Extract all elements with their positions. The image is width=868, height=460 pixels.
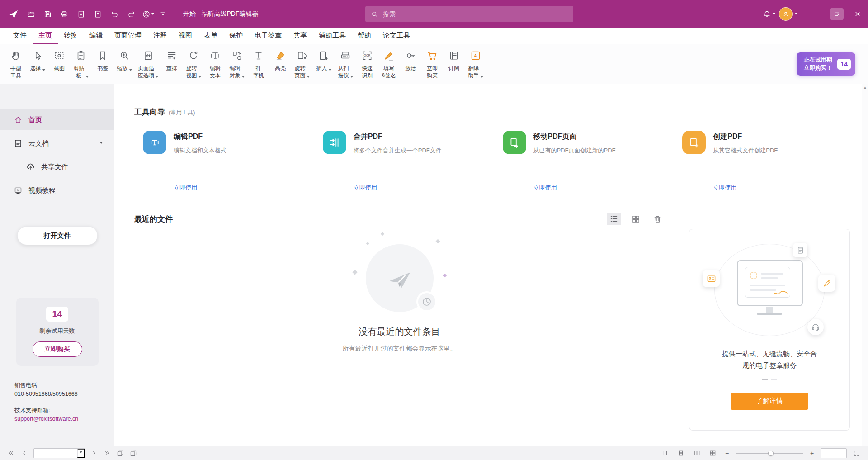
ribbon-tool-fill-sign[interactable]: 填写 &签名 — [378, 44, 399, 84]
menu-tab-comment[interactable]: 注释 — [147, 28, 173, 44]
open-file-button[interactable]: 打开文件 — [17, 226, 98, 245]
ribbon-tool-snapshot[interactable]: 截图 — [49, 44, 70, 84]
menu-tab-convert[interactable]: 转换 — [58, 28, 83, 44]
last-page-button[interactable] — [101, 448, 113, 459]
next-view-button[interactable] — [127, 448, 139, 459]
next-page-button[interactable] — [88, 448, 100, 459]
first-page-button[interactable] — [5, 448, 17, 459]
trial-buy-now-badge[interactable]: 正在试用期 立即购买！ 14 — [797, 52, 855, 76]
zoom-slider[interactable] — [736, 453, 803, 454]
edit-object-icon — [231, 48, 243, 63]
chevron-down-icon — [80, 451, 82, 453]
learn-more-button[interactable]: 了解详情 — [731, 393, 808, 410]
ribbon-tool-insert[interactable]: 插入 — [313, 44, 334, 84]
ribbon-tool-highlight[interactable]: 高亮 — [270, 44, 291, 84]
ribbon-tool-clipboard[interactable]: 剪贴 板 — [71, 44, 91, 84]
account-button[interactable] — [140, 6, 156, 22]
carousel-dot-2[interactable] — [771, 379, 777, 380]
search-bar[interactable] — [365, 6, 573, 22]
ribbon-tool-translate[interactable]: A 翻译 助手 — [465, 44, 486, 84]
continuous-view-button[interactable] — [675, 448, 687, 459]
scroll-up-icon[interactable]: ▲ — [863, 84, 867, 91]
save-button[interactable] — [40, 6, 55, 22]
menu-tab-paper-tools[interactable]: 论文工具 — [377, 28, 416, 44]
menu-tab-protect[interactable]: 保护 — [223, 28, 249, 44]
menu-tab-home[interactable]: 主页 — [33, 28, 58, 44]
facing-continuous-view-button[interactable] — [707, 448, 718, 459]
open-file-icon-button[interactable] — [23, 6, 38, 22]
card-create-pdf[interactable]: 创建PDF 从其它格式文件创建PDF 立即使用 — [670, 131, 850, 192]
ribbon-tool-edit-text[interactable]: 编辑 文本 — [205, 44, 226, 84]
use-now-link[interactable]: 立即使用 — [713, 184, 736, 192]
ribbon-tool-zoom[interactable]: 缩放 — [114, 44, 135, 84]
last-page-icon — [104, 450, 110, 456]
zoom-level-input[interactable] — [821, 448, 847, 458]
menu-tab-view[interactable]: 视图 — [173, 28, 198, 44]
use-now-link[interactable]: 立即使用 — [354, 184, 377, 192]
zoom-out-icon[interactable]: − — [722, 450, 731, 457]
facing-view-button[interactable] — [691, 448, 703, 459]
rotate-view-icon — [188, 48, 199, 63]
card-edit-pdf[interactable]: 编辑PDF 编辑文档和文本格式 立即使用 — [134, 131, 311, 192]
support-email-link[interactable]: support@foxitsoftware.cn — [14, 415, 114, 423]
sidebar-item-cloud-docs[interactable]: 云文档 — [0, 133, 114, 154]
menu-tab-form[interactable]: 表单 — [198, 28, 223, 44]
ribbon-tool-scanner[interactable]: 从扫 描仪 — [335, 44, 356, 84]
ribbon-tool-bookmark[interactable]: 书签 — [92, 44, 113, 84]
vertical-scrollbar[interactable]: ▲ — [862, 84, 868, 446]
ribbon-tool-hand[interactable]: 手型 工具 — [5, 44, 26, 84]
undo-button[interactable] — [107, 6, 122, 22]
close-button[interactable] — [847, 0, 868, 28]
menu-tab-page-manage[interactable]: 页面管理 — [108, 28, 147, 44]
clear-recent-button[interactable] — [650, 213, 665, 225]
card-move-pdf-pages[interactable]: 移动PDF页面 从已有的PDF页面创建新的PDF 立即使用 — [491, 131, 670, 192]
menu-tab-share[interactable]: 共享 — [288, 28, 313, 44]
ribbon-tool-edit-object[interactable]: 编辑 对象 — [226, 44, 247, 84]
notifications-button[interactable] — [761, 6, 777, 22]
page-fit-icon — [142, 48, 154, 63]
ribbon-tool-page-fit[interactable]: 页面适 应选项 — [136, 44, 160, 84]
use-now-link[interactable]: 立即使用 — [533, 184, 557, 192]
ribbon-tool-activate[interactable]: 激活 — [400, 44, 421, 84]
buy-now-button[interactable]: 立即购买 — [33, 341, 82, 357]
card-merge-pdf[interactable]: 合并PDF 将多个文件合并生成一个PDF文件 立即使用 — [311, 131, 491, 192]
use-now-link[interactable]: 立即使用 — [174, 184, 197, 192]
customize-toolbar-button[interactable] — [155, 6, 170, 22]
single-page-view-button[interactable] — [659, 448, 671, 459]
avatar-menu-button[interactable] — [777, 6, 799, 22]
menu-tab-esign[interactable]: 电子签章 — [249, 28, 288, 44]
search-input[interactable] — [383, 10, 568, 18]
minimize-button[interactable] — [806, 0, 826, 28]
print-button[interactable] — [57, 6, 72, 22]
page-dropdown-button[interactable] — [77, 449, 85, 458]
ribbon-tool-ocr[interactable]: OCR 快速 识别 — [357, 44, 377, 84]
previous-view-button[interactable] — [114, 448, 126, 459]
sidebar-item-home[interactable]: 首页 — [0, 109, 114, 130]
page-number-input[interactable] — [34, 450, 77, 456]
ribbon-tool-subscribe[interactable]: 订阅 — [443, 44, 464, 84]
export-button[interactable] — [73, 6, 89, 22]
menu-tab-edit[interactable]: 编辑 — [83, 28, 108, 44]
carousel-dot-1[interactable] — [762, 379, 768, 380]
redo-button[interactable] — [123, 6, 139, 22]
menu-tab-accessibility[interactable]: 辅助工具 — [313, 28, 352, 44]
trial-days-left-badge: 14 — [837, 59, 851, 70]
ribbon-tool-typewriter[interactable]: 打 字机 — [248, 44, 269, 84]
ribbon-tool-reflow[interactable]: 重排 — [161, 44, 182, 84]
list-view-button[interactable] — [607, 213, 621, 225]
ribbon-tool-buy-now[interactable]: 立即 购买 — [422, 44, 443, 84]
ribbon-tool-rotate-pages[interactable]: 旋转 页面 — [292, 44, 312, 84]
ribbon-tool-select[interactable]: 选择 — [27, 44, 48, 84]
fullscreen-button[interactable] — [851, 448, 863, 459]
zoom-slider-thumb[interactable] — [768, 451, 774, 456]
ribbon-tool-rotate-view[interactable]: 旋转 视图 — [183, 44, 204, 84]
sidebar-item-shared-files[interactable]: 共享文件 — [0, 156, 114, 177]
menu-tab-help[interactable]: 帮助 — [352, 28, 377, 44]
menu-tab-file[interactable]: 文件 — [7, 28, 33, 44]
restore-button[interactable] — [826, 0, 847, 28]
sidebar-item-video-tutorials[interactable]: 视频教程 — [0, 180, 114, 201]
previous-page-button[interactable] — [19, 448, 30, 459]
grid-view-button[interactable] — [628, 213, 643, 225]
import-button[interactable] — [90, 6, 105, 22]
zoom-in-icon[interactable]: + — [807, 450, 816, 457]
